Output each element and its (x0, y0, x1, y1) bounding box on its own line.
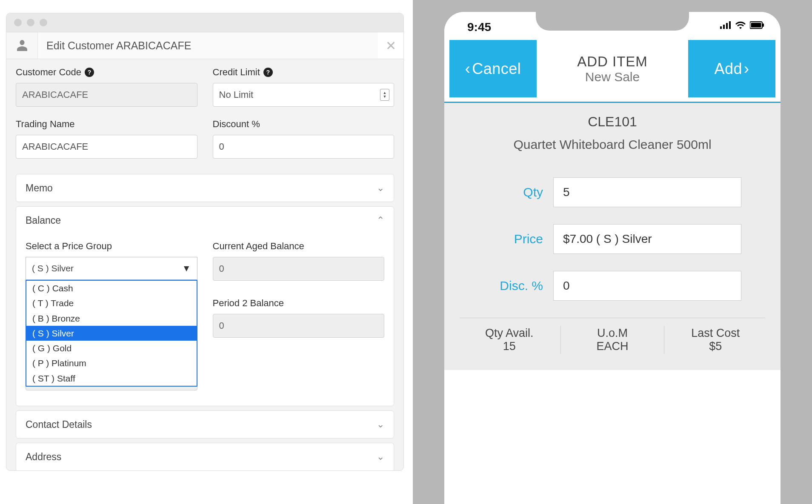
contact-accordion[interactable]: Contact Details ⌄ (16, 411, 394, 438)
signal-icon (720, 21, 731, 29)
price-group-dropdown: ( C ) Cash ( T ) Trade ( B ) Bronze ( S … (26, 280, 197, 387)
qty-avail-value: 15 (460, 340, 558, 353)
price-group-select[interactable]: ( S ) Silver ▼ ( C ) Cash ( T ) Trade ( … (26, 257, 197, 280)
svg-rect-5 (751, 23, 761, 28)
item-name: Quartet Whiteboard Cleaner 500ml (454, 137, 771, 152)
phone-mock: 9:45 ‹ Cancel (444, 12, 781, 504)
close-icon[interactable]: ✕ (378, 32, 403, 59)
balance-label: Balance (26, 215, 61, 226)
divider (460, 318, 765, 318)
customer-code-input: ARABICACAFE (16, 83, 197, 107)
svg-rect-6 (763, 23, 764, 27)
trading-name-label: Trading Name (16, 119, 197, 130)
cancel-label: Cancel (472, 60, 521, 78)
cancel-button[interactable]: ‹ Cancel (449, 40, 537, 97)
credit-limit-label: Credit Limit (213, 67, 260, 78)
chevron-left-icon: ‹ (465, 60, 471, 78)
period2-label: Period 2 Balance (213, 298, 385, 309)
customer-code-label: Customer Code (16, 67, 81, 78)
battery-icon (750, 21, 764, 29)
svg-rect-2 (726, 23, 728, 29)
credit-limit-value: No Limit (219, 89, 254, 100)
price-group-label: Select a Price Group (26, 241, 197, 252)
uom-value: EACH (563, 340, 661, 353)
screen-title: ADD ITEM (577, 54, 648, 70)
user-icon (6, 32, 38, 59)
credit-limit-input[interactable]: No Limit ▲▼ (213, 83, 395, 107)
mac-dot-yellow[interactable] (27, 19, 34, 26)
modal-title: Edit Customer ARABICACAFE (38, 32, 378, 59)
discount-input[interactable]: 0 (213, 135, 395, 159)
mac-dot-green[interactable] (40, 19, 47, 26)
chevron-down-icon: ⌄ (377, 451, 384, 462)
qty-label: Qty (483, 185, 543, 199)
svg-rect-0 (720, 26, 722, 29)
screen-subtitle: New Sale (585, 70, 640, 84)
memo-accordion[interactable]: Memo ⌄ (16, 174, 394, 202)
price-group-option-selected[interactable]: ( S ) Silver (26, 326, 197, 341)
status-time: 9:45 (467, 20, 491, 34)
price-group-selected: ( S ) Silver (32, 263, 74, 273)
add-button[interactable]: Add › (688, 40, 775, 97)
add-label: Add (714, 60, 742, 78)
discount-label: Discount % (213, 119, 395, 130)
balance-accordion[interactable]: Balance ⌃ (16, 207, 394, 234)
disc-input[interactable]: 0 (553, 271, 741, 301)
lastcost-label: Last Cost (667, 327, 764, 340)
item-code: CLE101 (454, 114, 771, 130)
qty-input[interactable]: 5 (553, 177, 741, 207)
price-group-option[interactable]: ( T ) Trade (26, 296, 197, 310)
chevron-down-icon: ⌄ (377, 419, 384, 430)
period2-input: 0 (213, 314, 385, 338)
spinner-icon[interactable]: ▲▼ (380, 89, 389, 101)
contact-label: Contact Details (26, 419, 92, 430)
svg-rect-1 (723, 25, 725, 29)
window-chrome (6, 13, 403, 32)
svg-rect-3 (729, 21, 731, 29)
help-icon[interactable]: ? (85, 68, 94, 77)
memo-label: Memo (26, 182, 53, 194)
edit-customer-modal: Edit Customer ARABICACAFE ✕ Customer Cod… (6, 13, 404, 471)
trading-name-input[interactable]: ARABICACAFE (16, 135, 197, 159)
help-icon[interactable]: ? (263, 68, 273, 77)
chevron-right-icon: › (744, 60, 749, 78)
price-group-option[interactable]: ( ST ) Staff (26, 371, 197, 386)
price-group-option[interactable]: ( B ) Bronze (26, 311, 197, 326)
chevron-down-icon: ⌄ (377, 182, 384, 194)
price-group-option[interactable]: ( C ) Cash (26, 281, 197, 296)
uom-label: U.o.M (563, 327, 661, 340)
price-label: Price (483, 232, 543, 246)
lastcost-value: $5 (667, 340, 764, 353)
price-group-option[interactable]: ( P ) Platinum (26, 356, 197, 370)
current-aged-input: 0 (213, 257, 385, 281)
chevron-up-icon: ⌃ (377, 215, 384, 226)
phone-notch (536, 12, 689, 31)
address-label: Address (26, 451, 61, 463)
price-input[interactable]: $7.00 ( S ) Silver (553, 224, 741, 254)
mac-dot-red[interactable] (14, 19, 22, 26)
disc-label: Disc. % (483, 279, 543, 293)
qty-avail-label: Qty Avail. (460, 327, 558, 340)
current-aged-label: Current Aged Balance (213, 241, 385, 252)
price-group-option[interactable]: ( G ) Gold (26, 341, 197, 356)
address-accordion[interactable]: Address ⌄ (16, 443, 394, 470)
caret-down-icon: ▼ (182, 263, 191, 273)
status-icons (720, 21, 764, 29)
wifi-icon (735, 21, 746, 29)
